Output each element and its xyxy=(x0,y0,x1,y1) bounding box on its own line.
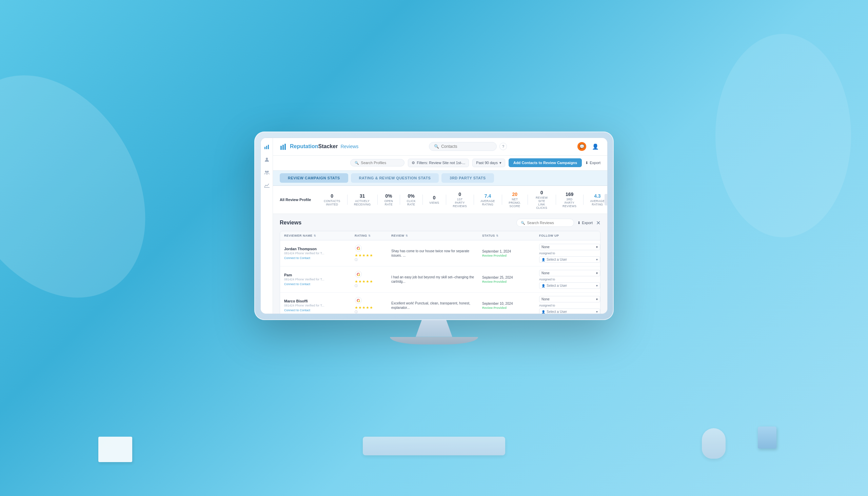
stat-label: OPEN RATE xyxy=(385,199,393,206)
review-text: I had an easy job but beyond my skill se… xyxy=(391,275,479,284)
sort-icon[interactable]: ⇅ xyxy=(314,234,316,237)
user-icon-button[interactable]: 👤 xyxy=(590,141,601,152)
reviews-export-button[interactable]: ⬇ Export xyxy=(577,221,593,225)
sidebar-icon-chart[interactable] xyxy=(262,142,272,152)
follow-up-select[interactable]: None ▾ xyxy=(539,244,600,250)
connect-to-contact-link[interactable]: Connect to Contact xyxy=(284,282,352,286)
stat-3rd-party-reviews: 169 3RD PARTY REVIEWS xyxy=(562,191,576,208)
brand-subtitle: Reviews xyxy=(340,144,358,149)
svg-rect-2 xyxy=(268,145,269,149)
stat-average-rating-2: 4.3 AVERAGE RATING xyxy=(590,193,605,206)
hide-reviews-button[interactable]: HIDE REVIEWS xyxy=(605,194,607,205)
none-label: None xyxy=(542,297,549,301)
status-cell: September 10, 2024 Review Provided xyxy=(482,302,537,310)
stat-label: NET PROMO. SCORE xyxy=(509,198,521,208)
follow-up-select[interactable]: None ▾ xyxy=(539,270,600,276)
period-label: Past 90 days xyxy=(476,161,498,165)
follow-up-select[interactable]: None ▾ xyxy=(539,296,600,303)
export-icon: ⬇ xyxy=(585,161,588,165)
stat-review-site-link-clicks: 0 REVIEW SITE LINK CLICKS xyxy=(535,190,549,210)
status-cell: September 25, 2024 Review Provided xyxy=(482,276,537,283)
sort-icon[interactable]: ⇅ xyxy=(496,234,499,237)
stat-value: 0 xyxy=(459,191,461,197)
stat-value: 4.3 xyxy=(594,193,601,199)
stat-views: 0 VIEWS xyxy=(429,195,439,204)
stat-1st-party-reviews: 0 1st PARTY REVIEWS xyxy=(453,191,467,208)
stat-value: 31 xyxy=(360,193,365,199)
th-follow-up: FOLLOW UP xyxy=(539,234,600,237)
table-row: Jordan Thompson 081424 Phone Verified fo… xyxy=(280,241,600,266)
export-label: Export xyxy=(582,221,593,225)
stat-value: 0% xyxy=(408,193,415,199)
google-icon: G xyxy=(357,298,360,303)
select-user-label: Select a User xyxy=(546,310,567,313)
tab-3rd-party-stats[interactable]: 3RD PARTY STATS xyxy=(441,173,494,183)
sidebar xyxy=(261,138,273,314)
star-rating: ★★★★★ xyxy=(355,253,373,258)
app-header: ReputationStacker Reviews 🔍 ? 💬 👤 xyxy=(273,138,607,156)
star-rating: ★★★★★ xyxy=(355,306,373,310)
status-label: Review Provided xyxy=(482,306,537,310)
svg-rect-0 xyxy=(264,147,265,149)
sidebar-icon-analytics[interactable] xyxy=(262,181,272,190)
user-icon: 👤 xyxy=(542,310,545,314)
stats-profile-label: All Review Profile xyxy=(280,198,324,202)
contacts-search-input[interactable] xyxy=(441,144,492,149)
sidebar-icon-group[interactable] xyxy=(262,168,272,177)
profiles-search[interactable]: 🔍 xyxy=(350,159,404,167)
connect-to-contact-link[interactable]: Connect to Contact xyxy=(284,256,352,260)
monitor-neck xyxy=(414,320,454,337)
stat-label: AVERAGE RATING xyxy=(590,199,605,206)
brand-name: ReputationStacker xyxy=(290,143,338,150)
search-icon: 🔍 xyxy=(434,144,439,149)
select-user-label: Select a User xyxy=(546,284,567,288)
select-user-label: Select a User xyxy=(546,258,567,261)
notepad-decoration xyxy=(98,437,132,462)
contacts-search[interactable]: 🔍 xyxy=(429,142,497,151)
stat-value: 7.4 xyxy=(484,193,491,199)
sidebar-icon-person[interactable] xyxy=(262,155,272,165)
rating-cell: G ★★★★★ ⓘ xyxy=(355,297,389,313)
connect-to-contact-link[interactable]: Connect to Contact xyxy=(284,309,352,312)
reviews-header: Reviews 🔍 ⬇ Export ✕ xyxy=(280,219,601,227)
reviews-search-input[interactable] xyxy=(527,221,570,225)
reviewer-sub: 081424 Phone Verified for T... xyxy=(284,251,352,255)
google-badge: G xyxy=(355,245,362,252)
chat-icon-button[interactable]: 💬 xyxy=(577,142,586,151)
chevron-down-icon: ▾ xyxy=(596,258,598,261)
rating-cell: G ★★★★★ ⓘ xyxy=(355,245,389,262)
sort-icon[interactable]: ⇅ xyxy=(405,234,408,237)
filter-icon: ⚙ xyxy=(412,161,415,165)
star-rating: ★★★★★ xyxy=(355,279,373,284)
select-user-dropdown[interactable]: 👤 Select a User ▾ xyxy=(539,282,600,289)
export-top-button[interactable]: ⬇ Export xyxy=(585,161,601,165)
info-icon[interactable]: ⓘ xyxy=(355,284,358,288)
stat-value: 169 xyxy=(565,191,573,197)
assigned-label: Assigned to xyxy=(539,251,600,255)
period-selector[interactable]: Past 90 days ▾ xyxy=(472,159,505,167)
stat-value: 0 xyxy=(541,190,543,195)
profiles-search-input[interactable] xyxy=(361,161,400,165)
info-icon[interactable]: ⓘ xyxy=(355,310,358,313)
tab-review-campaign-stats[interactable]: REVIEW CAMPAIGN STATS xyxy=(280,173,348,183)
help-icon[interactable]: ? xyxy=(499,143,507,150)
assigned-label: Assigned to xyxy=(539,278,600,281)
info-icon[interactable]: ⓘ xyxy=(355,258,358,262)
close-button[interactable]: ✕ xyxy=(596,220,601,226)
filter-button[interactable]: ⚙ Filters: Review Site not 1st-... xyxy=(408,159,469,167)
stat-open-rate: 0% OPEN RATE xyxy=(385,193,393,206)
add-contacts-button[interactable]: Add Contacts to Review Campaigns xyxy=(509,158,582,167)
google-icon: G xyxy=(357,246,360,251)
reviews-search[interactable]: 🔍 xyxy=(516,219,574,227)
tab-rating-review-stats[interactable]: RATING & REVIEW QUESTION STATS xyxy=(351,173,439,183)
review-cell: Shay has come to our house twice now for… xyxy=(391,249,479,258)
sort-icon[interactable]: ⇅ xyxy=(368,234,371,237)
reviews-actions: 🔍 ⬇ Export ✕ xyxy=(516,219,601,227)
th-status: STATUS ⇅ xyxy=(482,234,537,237)
select-user-dropdown[interactable]: 👤 Select a User ▾ xyxy=(539,309,600,313)
search-icon: 🔍 xyxy=(521,221,525,225)
export-label: Export xyxy=(590,161,601,165)
assigned-label: Assigned to xyxy=(539,304,600,307)
select-user-dropdown[interactable]: 👤 Select a User ▾ xyxy=(539,256,600,263)
table-row: Pam 081424 Phone Verified for T... Conne… xyxy=(280,266,600,293)
